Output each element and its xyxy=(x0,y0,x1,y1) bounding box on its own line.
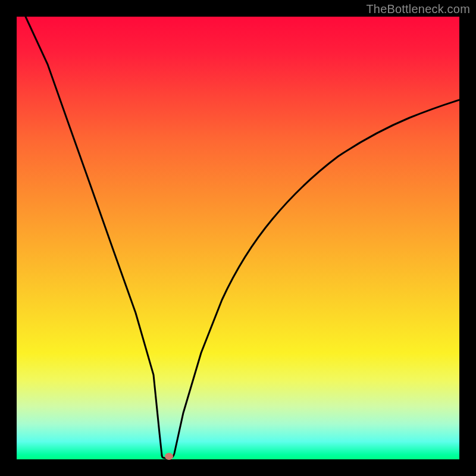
attribution-label: TheBottleneck.com xyxy=(366,2,470,16)
curve-right-branch xyxy=(170,100,459,458)
minimum-marker xyxy=(165,453,173,460)
bottleneck-curve xyxy=(17,17,459,459)
curve-left-branch xyxy=(26,17,162,455)
chart-frame: TheBottleneck.com xyxy=(0,0,476,476)
plot-area xyxy=(17,17,459,459)
